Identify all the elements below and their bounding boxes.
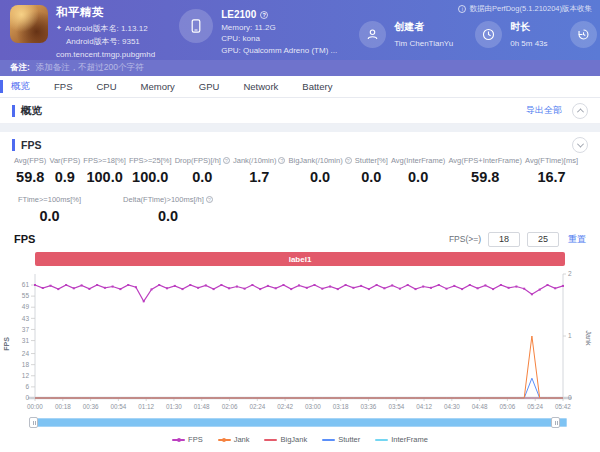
report-header: i 数据由PerfDog(5.1.210204)版本收集 和平精英 ✦ Andr… bbox=[0, 0, 600, 60]
clock-icon bbox=[475, 21, 502, 48]
tab-FPS[interactable]: FPS bbox=[54, 81, 72, 92]
tab-CPU[interactable]: CPU bbox=[96, 81, 116, 92]
device-info-icon[interactable]: ? bbox=[260, 11, 268, 19]
stat-FTime>=100ms[%]: FTime>=100ms[%]0.0 bbox=[18, 195, 81, 224]
overview-collapse-button[interactable] bbox=[572, 103, 588, 119]
legend-label: BigJank bbox=[280, 435, 307, 444]
svg-text:03:18: 03:18 bbox=[333, 403, 349, 410]
reset-button[interactable]: 重置 bbox=[568, 233, 586, 246]
svg-text:18: 18 bbox=[22, 361, 30, 368]
svg-text:03:54: 03:54 bbox=[388, 403, 404, 410]
stat-label: FPS>=18[%] bbox=[83, 156, 126, 165]
stat-value: 0.0 bbox=[391, 169, 445, 185]
svg-text:Jank: Jank bbox=[585, 331, 592, 346]
stat-Delta(FTime)>100ms[/h]: Delta(FTime)>100ms[/h]?0.0 bbox=[123, 195, 213, 224]
upload-block: 上传时间 14/04/2021 15:16:19 bbox=[570, 13, 600, 48]
svg-text:31: 31 bbox=[22, 337, 30, 344]
help-icon[interactable]: ? bbox=[223, 157, 230, 164]
slider-track[interactable] bbox=[33, 418, 567, 427]
overview-section-header: 概览 导出全部 bbox=[0, 98, 600, 124]
svg-text:2: 2 bbox=[568, 270, 572, 277]
fps-collapse-button[interactable] bbox=[572, 137, 588, 153]
svg-text:FPS: FPS bbox=[3, 337, 10, 351]
tab-概览[interactable]: 概览 bbox=[11, 80, 30, 93]
fps-threshold-input-1[interactable] bbox=[488, 232, 520, 247]
svg-text:01:48: 01:48 bbox=[194, 403, 210, 410]
series-Jank bbox=[35, 336, 563, 398]
chart-label-bar[interactable]: label1 bbox=[35, 252, 565, 266]
slider-handle-left[interactable] bbox=[29, 417, 38, 428]
help-icon[interactable]: ? bbox=[278, 157, 285, 164]
help-icon[interactable]: ? bbox=[345, 157, 352, 164]
tab-Memory[interactable]: Memory bbox=[141, 81, 175, 92]
legend-marker bbox=[264, 439, 277, 441]
stat-value: 0.0 bbox=[355, 169, 388, 185]
slider-handle-right[interactable] bbox=[551, 417, 560, 428]
export-all-link[interactable]: 导出全部 bbox=[526, 104, 562, 117]
svg-text:01:30: 01:30 bbox=[166, 403, 182, 410]
legend-marker bbox=[172, 439, 185, 441]
chart-zoom-slider[interactable] bbox=[30, 418, 570, 427]
note-bar[interactable]: 备注: 添加备注，不超过200个字符 bbox=[0, 60, 600, 76]
stat-Jank(/10min): Jank(/10min)?1.7 bbox=[233, 156, 285, 185]
fps-threshold-input-2[interactable] bbox=[527, 232, 559, 247]
legend-label: FPS bbox=[188, 435, 203, 444]
tab-bar: 概览FPSCPUMemoryGPUNetworkBattery bbox=[0, 76, 600, 98]
stat-label: Avg(FTime)[ms] bbox=[525, 156, 578, 165]
stat-label: Jank(/10min)? bbox=[233, 156, 285, 165]
tab-GPU[interactable]: GPU bbox=[199, 81, 220, 92]
fps-chart-title: FPS bbox=[14, 233, 35, 245]
tab-Network[interactable]: Network bbox=[243, 81, 278, 92]
svg-text:1: 1 bbox=[568, 332, 572, 339]
svg-text:05:42: 05:42 bbox=[555, 403, 571, 410]
stat-label: Avg(InterFrame) bbox=[391, 156, 445, 165]
svg-text:04:48: 04:48 bbox=[472, 403, 488, 410]
svg-text:02:42: 02:42 bbox=[277, 403, 293, 410]
tab-bar-accent bbox=[0, 80, 3, 93]
duration-value: 0h 5m 43s bbox=[510, 39, 547, 48]
svg-text:00:00: 00:00 bbox=[27, 403, 43, 410]
fps-chart: 0612182431374349556101200:0000:1800:3600… bbox=[0, 268, 600, 414]
legend-label: Jank bbox=[234, 435, 250, 444]
fps-card: FPS Avg(FPS)59.8Var(FPS)0.9FPS>=18[%]100… bbox=[0, 132, 600, 444]
device-cpu: CPU: kona bbox=[221, 34, 337, 43]
legend-item-BigJank[interactable]: BigJank bbox=[264, 435, 307, 444]
help-icon[interactable]: ? bbox=[206, 196, 213, 203]
fps-threshold-filter: FPS(>=) 重置 bbox=[449, 232, 586, 247]
legend-item-Jank[interactable]: Jank bbox=[218, 435, 250, 444]
stat-label: Avg(FPS+InterFrame) bbox=[449, 156, 522, 165]
stat-label: Delta(FTime)>100ms[/h]? bbox=[123, 195, 213, 204]
note-placeholder: 添加备注，不超过200个字符 bbox=[36, 62, 144, 74]
android-icon: ✦ bbox=[56, 24, 62, 32]
device-memory: Memory: 11.2G bbox=[221, 23, 337, 32]
legend-item-InterFrame[interactable]: InterFrame bbox=[375, 435, 428, 444]
person-icon bbox=[359, 21, 386, 48]
legend-item-Stutter[interactable]: Stutter bbox=[322, 435, 360, 444]
device-block: LE2100 ? Memory: 11.2G CPU: kona GPU: Qu… bbox=[179, 5, 337, 55]
stat-BigJank(/10min): BigJank(/10min)?0.0 bbox=[289, 156, 352, 185]
app-package: com.tencent.tmgp.pubgmhd bbox=[56, 50, 155, 59]
svg-text:04:12: 04:12 bbox=[416, 403, 432, 410]
svg-text:0: 0 bbox=[568, 394, 572, 401]
stat-Stutter[%]: Stutter[%]0.0 bbox=[355, 156, 388, 185]
stat-value: 59.8 bbox=[449, 169, 522, 185]
stat-Drop(FPS)[/h]: Drop(FPS)[/h]?0.0 bbox=[175, 156, 230, 185]
device-model: LE2100 bbox=[221, 9, 256, 20]
stat-value: 59.8 bbox=[14, 169, 46, 185]
creator-label: 创建者 bbox=[394, 20, 453, 34]
svg-text:0: 0 bbox=[25, 394, 29, 401]
app-version-name: Android版本名: 1.13.12 bbox=[65, 23, 148, 34]
phone-icon bbox=[179, 9, 213, 43]
collector-note-text: 数据由PerfDog(5.1.210204)版本收集 bbox=[469, 4, 592, 14]
history-icon bbox=[570, 21, 597, 48]
app-block: 和平精英 ✦ Android版本名: 1.13.12 Android版本号: 9… bbox=[10, 1, 155, 59]
legend-item-FPS[interactable]: FPS bbox=[172, 435, 203, 444]
legend-label: InterFrame bbox=[391, 435, 428, 444]
duration-block: 时长 0h 5m 43s bbox=[475, 13, 547, 48]
stat-Avg(FTime)[ms]: Avg(FTime)[ms]16.7 bbox=[525, 156, 578, 185]
creator-block: 创建者 Tim ChenTianYu bbox=[359, 13, 453, 48]
tab-Battery[interactable]: Battery bbox=[302, 81, 332, 92]
stat-value: 0.9 bbox=[50, 169, 81, 185]
stat-value: 0.0 bbox=[123, 208, 213, 224]
stat-FPS>=18[%]: FPS>=18[%]100.0 bbox=[83, 156, 126, 185]
